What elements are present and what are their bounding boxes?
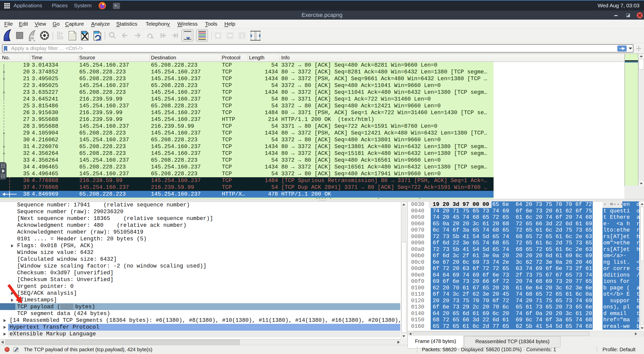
svg-text:0111: 0111 xyxy=(70,38,76,40)
svg-text:1: 1 xyxy=(241,33,244,38)
